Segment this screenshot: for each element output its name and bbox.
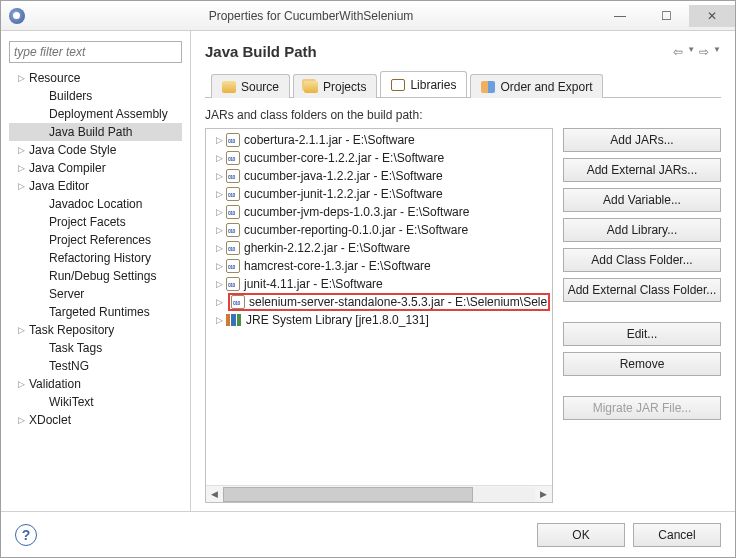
sidebar-item-label: Java Code Style	[29, 143, 116, 157]
tab-label: Source	[241, 80, 279, 94]
sidebar-item-task-tags[interactable]: Task Tags	[9, 339, 182, 357]
sidebar-item-label: TestNG	[49, 359, 89, 373]
sidebar-item-java-compiler[interactable]: ▷Java Compiler	[9, 159, 182, 177]
chevron-right-icon[interactable]: ▷	[212, 206, 226, 218]
sidebar-item-refactoring-history[interactable]: Refactoring History	[9, 249, 182, 267]
ok-button[interactable]: OK	[537, 523, 625, 547]
edit-button[interactable]: Edit...	[563, 322, 721, 346]
chevron-right-icon: ▷	[15, 144, 27, 156]
sidebar-item-server[interactable]: Server	[9, 285, 182, 303]
add-library-button[interactable]: Add Library...	[563, 218, 721, 242]
sidebar-item-label: Java Build Path	[49, 125, 132, 139]
sidebar-item-run-debug-settings[interactable]: Run/Debug Settings	[9, 267, 182, 285]
libs-label: JARs and class folders on the build path…	[205, 108, 721, 122]
library-item[interactable]: ▷JRE System Library [jre1.8.0_131]	[206, 311, 552, 329]
properties-dialog: Properties for CucumberWithSelenium — ☐ …	[0, 0, 736, 558]
add-ext-class-folder-button[interactable]: Add External Class Folder...	[563, 278, 721, 302]
titlebar[interactable]: Properties for CucumberWithSelenium — ☐ …	[1, 1, 735, 31]
sidebar-item-testng[interactable]: TestNG	[9, 357, 182, 375]
nav-forward-icon[interactable]: ⇨	[699, 45, 709, 59]
add-jars-button[interactable]: Add JARs...	[563, 128, 721, 152]
cancel-button[interactable]: Cancel	[633, 523, 721, 547]
sidebar-item-java-code-style[interactable]: ▷Java Code Style	[9, 141, 182, 159]
sidebar-item-targeted-runtimes[interactable]: Targeted Runtimes	[9, 303, 182, 321]
chevron-right-icon: ▷	[15, 324, 27, 336]
chevron-right-icon[interactable]: ▷	[212, 170, 226, 182]
sidebar-item-project-facets[interactable]: Project Facets	[9, 213, 182, 231]
library-label: cucumber-jvm-deps-1.0.3.jar - E:\Softwar…	[244, 205, 469, 219]
tab-libraries[interactable]: Libraries	[380, 71, 467, 97]
button-column: Add JARs...Add External JARs...Add Varia…	[563, 128, 721, 503]
chevron-right-icon	[35, 198, 47, 210]
add-variable-button[interactable]: Add Variable...	[563, 188, 721, 212]
eclipse-icon	[9, 8, 25, 24]
library-item[interactable]: ▷selenium-server-standalone-3.5.3.jar - …	[206, 293, 552, 311]
chevron-right-icon[interactable]: ▷	[212, 134, 226, 146]
library-item[interactable]: ▷cucumber-java-1.2.2.jar - E:\Software	[206, 167, 552, 185]
jar-icon	[226, 169, 240, 183]
filter-input[interactable]	[9, 41, 182, 63]
chevron-right-icon[interactable]: ▷	[212, 224, 226, 236]
chevron-right-icon[interactable]: ▷	[212, 314, 226, 326]
sidebar-item-label: Server	[49, 287, 84, 301]
library-item[interactable]: ▷cucumber-reporting-0.1.0.jar - E:\Softw…	[206, 221, 552, 239]
chevron-right-icon[interactable]: ▷	[212, 278, 226, 290]
sidebar-item-label: Java Editor	[29, 179, 89, 193]
libraries-tree[interactable]: ▷cobertura-2.1.1.jar - E:\Software▷cucum…	[205, 128, 553, 503]
chevron-right-icon[interactable]: ▷	[212, 296, 226, 308]
source-icon	[222, 81, 236, 93]
scroll-right-icon[interactable]: ▶	[535, 487, 552, 502]
chevron-right-icon[interactable]: ▷	[212, 260, 226, 272]
sidebar-item-label: WikiText	[49, 395, 94, 409]
sidebar-item-label: Resource	[29, 71, 80, 85]
scrollbar-thumb[interactable]	[223, 487, 473, 502]
tab-label: Libraries	[410, 78, 456, 92]
library-item[interactable]: ▷cucumber-jvm-deps-1.0.3.jar - E:\Softwa…	[206, 203, 552, 221]
sidebar-item-wikitext[interactable]: WikiText	[9, 393, 182, 411]
sidebar-item-label: Targeted Runtimes	[49, 305, 150, 319]
chevron-right-icon[interactable]: ▷	[212, 152, 226, 164]
tab-source[interactable]: Source	[211, 74, 290, 98]
library-item[interactable]: ▷gherkin-2.12.2.jar - E:\Software	[206, 239, 552, 257]
jar-icon	[226, 151, 240, 165]
nav-back-icon[interactable]: ⇦	[673, 45, 683, 59]
sidebar-item-java-build-path[interactable]: Java Build Path	[9, 123, 182, 141]
library-item[interactable]: ▷hamcrest-core-1.3.jar - E:\Software	[206, 257, 552, 275]
horizontal-scrollbar[interactable]: ◀ ▶	[206, 485, 552, 502]
library-item[interactable]: ▷cucumber-core-1.2.2.jar - E:\Software	[206, 149, 552, 167]
sidebar-item-java-editor[interactable]: ▷Java Editor	[9, 177, 182, 195]
help-icon[interactable]: ?	[15, 524, 37, 546]
maximize-button[interactable]: ☐	[643, 5, 689, 27]
chevron-down-icon[interactable]: ▼	[713, 45, 721, 59]
sidebar-item-deployment-assembly[interactable]: Deployment Assembly	[9, 105, 182, 123]
footer: ? OK Cancel	[1, 511, 735, 557]
chevron-down-icon[interactable]: ▼	[687, 45, 695, 59]
minimize-button[interactable]: —	[597, 5, 643, 27]
library-item[interactable]: ▷cobertura-2.1.1.jar - E:\Software	[206, 131, 552, 149]
chevron-right-icon	[35, 306, 47, 318]
chevron-right-icon[interactable]: ▷	[212, 188, 226, 200]
chevron-right-icon[interactable]: ▷	[212, 242, 226, 254]
chevron-right-icon: ▷	[15, 378, 27, 390]
remove-button[interactable]: Remove	[563, 352, 721, 376]
scroll-left-icon[interactable]: ◀	[206, 487, 223, 502]
library-label: cucumber-reporting-0.1.0.jar - E:\Softwa…	[244, 223, 468, 237]
sidebar-item-resource[interactable]: ▷Resource	[9, 69, 182, 87]
sidebar-item-project-references[interactable]: Project References	[9, 231, 182, 249]
sidebar-item-label: Run/Debug Settings	[49, 269, 156, 283]
sidebar-item-xdoclet[interactable]: ▷XDoclet	[9, 411, 182, 429]
library-item[interactable]: ▷cucumber-junit-1.2.2.jar - E:\Software	[206, 185, 552, 203]
sidebar-item-builders[interactable]: Builders	[9, 87, 182, 105]
library-label: cucumber-core-1.2.2.jar - E:\Software	[244, 151, 444, 165]
library-icon	[226, 314, 242, 326]
tab-projects[interactable]: Projects	[293, 74, 377, 98]
close-button[interactable]: ✕	[689, 5, 735, 27]
library-item[interactable]: ▷junit-4.11.jar - E:\Software	[206, 275, 552, 293]
add-class-folder-button[interactable]: Add Class Folder...	[563, 248, 721, 272]
sidebar-item-validation[interactable]: ▷Validation	[9, 375, 182, 393]
add-ext-jars-button[interactable]: Add External JARs...	[563, 158, 721, 182]
tab-order[interactable]: Order and Export	[470, 74, 603, 98]
sidebar-item-label: Javadoc Location	[49, 197, 142, 211]
sidebar-item-javadoc-location[interactable]: Javadoc Location	[9, 195, 182, 213]
sidebar-item-task-repository[interactable]: ▷Task Repository	[9, 321, 182, 339]
